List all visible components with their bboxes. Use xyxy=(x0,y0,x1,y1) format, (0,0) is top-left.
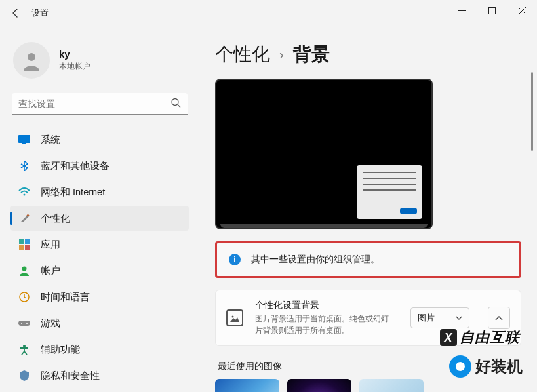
sidebar-item-gaming[interactable]: 游戏 xyxy=(10,311,189,336)
back-button[interactable] xyxy=(5,3,26,24)
sidebar-item-label: 辅助功能 xyxy=(41,343,80,356)
search-box xyxy=(12,93,188,115)
setting-subtitle: 图片背景适用于当前桌面。纯色或幻灯片背景则适用于所有桌面。 xyxy=(255,313,393,336)
sidebar-item-label: 帐户 xyxy=(41,265,60,277)
sidebar-item-accessibility[interactable]: 辅助功能 xyxy=(10,337,189,362)
maximize-button[interactable] xyxy=(477,0,507,21)
picture-icon xyxy=(226,309,243,326)
maximize-icon xyxy=(488,7,496,14)
breadcrumb-parent[interactable]: 个性化 xyxy=(215,42,270,67)
close-button[interactable] xyxy=(507,0,537,21)
svg-rect-12 xyxy=(25,245,30,250)
close-icon xyxy=(519,7,526,14)
gamepad-icon xyxy=(18,317,30,329)
setting-title: 个性化设置背景 xyxy=(255,300,399,311)
sidebar: ky 本地帐户 系统 蓝牙和其他设备 网络和 Internet xyxy=(0,26,197,392)
sidebar-item-label: 游戏 xyxy=(41,317,60,330)
svg-point-2 xyxy=(28,53,35,61)
wifi-icon xyxy=(18,186,30,198)
recent-image-thumb[interactable] xyxy=(359,379,424,392)
avatar xyxy=(13,42,50,79)
sidebar-item-accounts[interactable]: 帐户 xyxy=(10,258,189,283)
accessibility-icon xyxy=(18,343,30,355)
svg-rect-15 xyxy=(18,321,30,326)
arrow-left-icon xyxy=(10,8,21,18)
svg-point-17 xyxy=(26,323,28,324)
sidebar-item-network[interactable]: 网络和 Internet xyxy=(10,180,189,205)
svg-point-13 xyxy=(22,267,27,271)
settings-window: 设置 ky 本地帐户 xyxy=(0,0,537,392)
recent-image-thumb[interactable] xyxy=(287,379,351,392)
svg-rect-9 xyxy=(19,239,24,244)
dropdown-value: 图片 xyxy=(418,312,435,324)
chevron-right-icon: › xyxy=(279,47,284,62)
sidebar-item-apps[interactable]: 应用 xyxy=(10,232,189,257)
expand-button[interactable] xyxy=(488,307,510,329)
svg-point-7 xyxy=(24,194,26,196)
sidebar-item-personalization[interactable]: 个性化 xyxy=(10,206,189,231)
paintbrush-icon xyxy=(18,212,30,224)
scrollbar[interactable] xyxy=(531,72,533,151)
sidebar-item-label: 网络和 Internet xyxy=(41,186,105,199)
shield-icon xyxy=(18,370,30,382)
chevron-up-icon xyxy=(495,316,503,321)
svg-point-16 xyxy=(21,323,22,324)
svg-rect-5 xyxy=(18,135,30,143)
sidebar-item-label: 应用 xyxy=(41,239,60,251)
display-icon xyxy=(18,134,30,146)
apps-icon xyxy=(18,239,30,250)
titlebar: 设置 xyxy=(0,0,537,26)
minimize-button[interactable] xyxy=(447,0,477,21)
svg-rect-6 xyxy=(22,143,26,144)
background-type-dropdown[interactable]: 图片 xyxy=(410,307,469,328)
recent-image-thumb[interactable] xyxy=(215,379,279,392)
user-name: ky xyxy=(59,49,90,60)
sidebar-item-bluetooth[interactable]: 蓝牙和其他设备 xyxy=(10,153,189,178)
window-controls xyxy=(447,0,537,21)
search-icon xyxy=(171,98,181,111)
preview-taskbar xyxy=(220,224,428,228)
account-icon xyxy=(18,265,30,277)
sidebar-item-time[interactable]: 时间和语言 xyxy=(10,284,189,309)
svg-rect-11 xyxy=(19,245,24,250)
breadcrumb: 个性化 › 背景 xyxy=(215,42,521,67)
info-icon: i xyxy=(229,254,241,265)
svg-line-4 xyxy=(178,105,180,108)
sidebar-item-label: 蓝牙和其他设备 xyxy=(41,160,109,172)
sidebar-item-system[interactable]: 系统 xyxy=(10,127,189,152)
preview-window xyxy=(357,165,422,219)
watermark: X自由互联 xyxy=(440,328,520,347)
sidebar-item-label: 个性化 xyxy=(41,212,70,225)
clock-globe-icon xyxy=(18,291,30,303)
svg-point-19 xyxy=(232,316,234,318)
user-subtitle: 本地帐户 xyxy=(59,61,90,72)
chevron-down-icon xyxy=(456,316,462,320)
sidebar-item-label: 时间和语言 xyxy=(41,291,90,304)
svg-point-3 xyxy=(172,99,178,106)
org-managed-banner: i 其中一些设置由你的组织管理。 xyxy=(215,241,521,278)
user-profile[interactable]: ky 本地帐户 xyxy=(10,37,189,90)
sidebar-item-label: 系统 xyxy=(41,134,60,146)
person-icon xyxy=(21,50,42,71)
sidebar-item-privacy[interactable]: 隐私和安全性 xyxy=(10,363,189,388)
sidebar-item-label: 隐私和安全性 xyxy=(41,370,100,382)
svg-point-18 xyxy=(23,345,26,347)
svg-rect-10 xyxy=(25,239,30,244)
watermark: 好装机 xyxy=(449,355,523,378)
bluetooth-icon xyxy=(18,160,30,172)
info-banner-text: 其中一些设置由你的组织管理。 xyxy=(251,254,380,265)
breadcrumb-current: 背景 xyxy=(293,42,330,67)
search-input[interactable] xyxy=(12,93,188,115)
svg-rect-1 xyxy=(488,7,495,14)
window-title: 设置 xyxy=(31,7,49,19)
minimize-icon xyxy=(458,7,466,14)
desktop-preview xyxy=(215,79,433,229)
